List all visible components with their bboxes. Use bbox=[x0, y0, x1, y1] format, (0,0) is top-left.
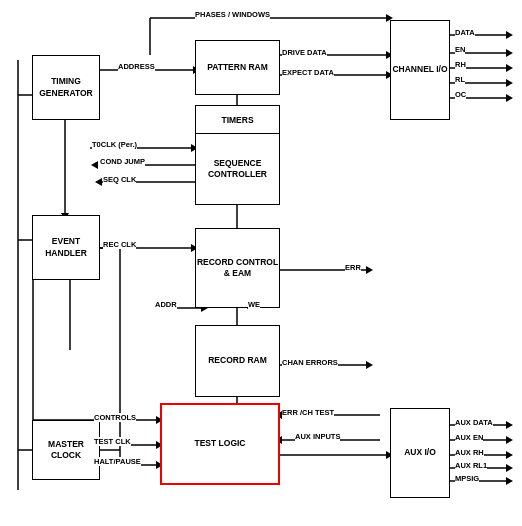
svg-marker-54 bbox=[506, 49, 513, 57]
event-handler-block: EVENT HANDLER bbox=[32, 215, 100, 280]
timing-generator-label: TIMING GENERATOR bbox=[33, 76, 99, 98]
cond-jump-label: COND JUMP bbox=[100, 157, 145, 166]
svg-marker-70 bbox=[506, 477, 513, 485]
t0clk-label: T0CLK (Per.) bbox=[92, 140, 137, 149]
sequence-controller-label: SEQUENCE CONTROLLER bbox=[196, 158, 279, 180]
channel-io-block: CHANNEL I/O bbox=[390, 20, 450, 120]
aux-rl1-label: AUX RL1 bbox=[455, 461, 487, 470]
event-handler-label: EVENT HANDLER bbox=[33, 236, 99, 258]
aux-data-label: AUX DATA bbox=[455, 418, 493, 427]
sequence-controller-block: SEQUENCE CONTROLLER bbox=[195, 133, 280, 205]
aux-en-label: AUX EN bbox=[455, 433, 483, 442]
aux-io-label: AUX I/O bbox=[404, 447, 436, 458]
record-control-label: RECORD CONTROL & EAM bbox=[196, 257, 279, 279]
rec-clk-label: REC CLK bbox=[103, 240, 136, 249]
rl-label: RL bbox=[455, 75, 465, 84]
svg-marker-52 bbox=[506, 31, 513, 39]
aux-io-block: AUX I/O bbox=[390, 408, 450, 498]
chan-errors-label: CHAN ERRORS bbox=[282, 358, 338, 367]
address-label: ADDRESS bbox=[118, 62, 155, 71]
oc-label: OC bbox=[455, 90, 466, 99]
seq-clk-label: SEQ CLK bbox=[103, 175, 136, 184]
master-clock-block: MASTER CLOCK bbox=[32, 420, 100, 480]
pattern-ram-block: PATTERN RAM bbox=[195, 40, 280, 95]
pattern-ram-label: PATTERN RAM bbox=[207, 62, 268, 73]
svg-marker-66 bbox=[506, 451, 513, 459]
svg-marker-62 bbox=[506, 421, 513, 429]
timers-label: TIMERS bbox=[221, 115, 253, 126]
addr-label: ADDR bbox=[155, 300, 177, 309]
halt-pause-label: HALT/PAUSE bbox=[94, 457, 141, 466]
aux-inputs-label: AUX INPUTS bbox=[295, 432, 340, 441]
we-label: WE bbox=[248, 300, 260, 309]
svg-marker-60 bbox=[506, 94, 513, 102]
block-diagram: TIMING GENERATOR EVENT HANDLER MASTER CL… bbox=[0, 0, 522, 526]
en-label: EN bbox=[455, 45, 465, 54]
svg-marker-27 bbox=[366, 266, 373, 274]
data-label: DATA bbox=[455, 28, 475, 37]
aux-rh-label: AUX RH bbox=[455, 448, 484, 457]
controls-label: CONTROLS bbox=[94, 413, 136, 422]
svg-marker-34 bbox=[366, 361, 373, 369]
svg-marker-58 bbox=[506, 79, 513, 87]
test-logic-label: TEST LOGIC bbox=[195, 438, 246, 449]
test-logic-block: TEST LOGIC bbox=[160, 403, 280, 485]
svg-marker-21 bbox=[95, 178, 102, 186]
master-clock-label: MASTER CLOCK bbox=[33, 439, 99, 461]
rh-label: RH bbox=[455, 60, 466, 69]
svg-marker-68 bbox=[506, 464, 513, 472]
expect-data-label: EXPECT DATA bbox=[282, 68, 334, 77]
channel-io-label: CHANNEL I/O bbox=[392, 64, 447, 75]
svg-marker-56 bbox=[506, 64, 513, 72]
test-clk-label: TEST CLK bbox=[94, 437, 131, 446]
mpsig-label: MPSIG bbox=[455, 474, 479, 483]
phases-windows-label: PHASES / WINDOWS bbox=[195, 10, 270, 19]
record-ram-label: RECORD RAM bbox=[208, 355, 267, 366]
err-label: ERR bbox=[345, 263, 361, 272]
svg-marker-19 bbox=[91, 161, 98, 169]
err-ch-test-label: ERR /CH TEST bbox=[282, 408, 334, 417]
drive-data-label: DRIVE DATA bbox=[282, 48, 327, 57]
record-control-block: RECORD CONTROL & EAM bbox=[195, 228, 280, 308]
svg-marker-64 bbox=[506, 436, 513, 444]
record-ram-block: RECORD RAM bbox=[195, 325, 280, 397]
timing-generator-block: TIMING GENERATOR bbox=[32, 55, 100, 120]
